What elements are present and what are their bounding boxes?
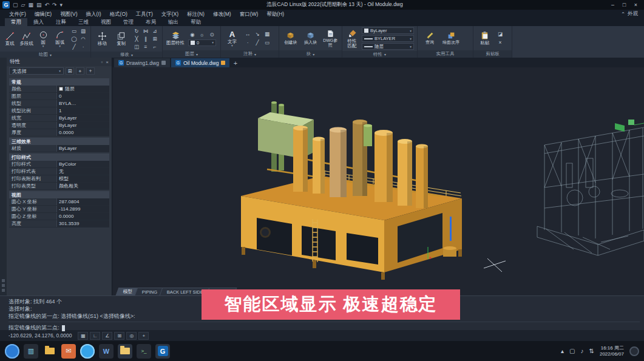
leader-tool-icon[interactable]: ↘ xyxy=(253,30,262,38)
array-tool-icon[interactable]: ⊞ xyxy=(151,35,159,42)
palette-side-strip[interactable] xyxy=(0,58,7,295)
menu-dimension[interactable]: 标注(N) xyxy=(183,10,209,18)
arc-dropdown-icon[interactable]: ▾ xyxy=(59,45,61,47)
offset-tool-icon[interactable]: ∥ xyxy=(141,35,150,42)
dim-style-icon[interactable]: ∙ xyxy=(243,39,252,46)
drawing-viewport[interactable]: 模型 PIPING BACK LEFT SIDE FRONT xyxy=(112,67,644,295)
prop-row-center-z[interactable]: 圆心 Z 坐标 0.0000 xyxy=(9,213,109,220)
collapse-ribbon-icon[interactable]: ⌃ xyxy=(621,11,625,17)
ribbon-tab-insert[interactable]: 插入 xyxy=(27,18,50,26)
menu-tools[interactable]: 工具(T) xyxy=(132,10,157,18)
prop-row-center-y[interactable]: 圆心 Y 坐标 -114.2899 xyxy=(9,206,109,213)
panel-expand-icon[interactable]: ▾ xyxy=(131,53,133,57)
close-button[interactable]: × xyxy=(630,0,642,10)
layer-on-icon[interactable]: ☼ xyxy=(198,31,206,38)
palette-close-icon[interactable]: × xyxy=(106,59,109,65)
launcher-icon[interactable] xyxy=(5,344,19,359)
mail-icon[interactable]: ✉ xyxy=(61,344,76,359)
clock[interactable]: 16:16 周二 2022/06/07 xyxy=(600,345,624,357)
network-icon[interactable]: ⇅ xyxy=(589,348,594,354)
file-manager-icon[interactable] xyxy=(42,344,57,359)
ribbon-tab-annotate[interactable]: 注释 xyxy=(50,18,72,26)
section-3d-effects[interactable]: 三维效果 xyxy=(9,138,109,145)
layer-properties-tool[interactable]: 图层特性 xyxy=(166,31,185,46)
save-file-icon[interactable]: ▦ xyxy=(28,0,33,10)
prop-row-thickness[interactable]: 厚度 0.0000 xyxy=(9,129,109,137)
rotate-tool-icon[interactable]: ↻ xyxy=(132,27,141,35)
panel-label-properties[interactable]: 特性 ▾ xyxy=(342,51,417,58)
quick-select-icon[interactable]: + xyxy=(86,67,95,75)
menu-insert[interactable]: 插入(I) xyxy=(82,10,106,18)
terminal-icon[interactable]: >_ xyxy=(137,344,151,359)
measure-tool[interactable]: 查询 xyxy=(421,32,439,44)
menu-window[interactable]: 窗口(W) xyxy=(236,10,263,18)
rectangle-tool-icon[interactable]: ▭ xyxy=(70,27,78,35)
point-tool-icon[interactable]: ∙ xyxy=(79,43,87,50)
ortho-toggle-icon[interactable]: ∟ xyxy=(90,332,100,340)
move-tool[interactable]: 移动 xyxy=(94,32,110,46)
grid-toggle-icon[interactable]: ▦ xyxy=(78,332,88,340)
panel-label-annotate[interactable]: 注释 ▾ xyxy=(221,50,279,58)
color-dropdown[interactable]: ByLayer ▾ xyxy=(362,27,414,34)
mleader-style-icon[interactable]: ╱ xyxy=(253,39,262,46)
prop-row-center-x[interactable]: 圆心 X 坐标 287.0804 xyxy=(9,198,109,206)
osnap-toggle-icon[interactable]: ⊞ xyxy=(114,332,124,340)
show-desktop-icon[interactable] xyxy=(629,346,639,356)
open-folder-window-icon[interactable] xyxy=(118,344,132,359)
layer-select-dropdown[interactable]: 0 ▾ xyxy=(188,39,216,46)
layer-freeze-icon[interactable]: ⊙ xyxy=(208,31,216,38)
ribbon-tab-home[interactable]: 常用 xyxy=(5,18,27,26)
prop-row-linetype[interactable]: 线型 BYLA… xyxy=(9,100,109,107)
display-settings-icon[interactable]: ▢ xyxy=(569,348,575,354)
menu-text[interactable]: 文字(X) xyxy=(157,10,183,18)
text-style-icon[interactable]: ▭ xyxy=(263,39,271,46)
prop-row-plot-table[interactable]: 打印样式表 无 xyxy=(9,168,109,175)
prop-row-plot-style[interactable]: 打印样式 ByColor xyxy=(9,161,109,168)
ellipse-tool-icon[interactable]: ◯ xyxy=(70,35,78,42)
maximize-button[interactable]: □ xyxy=(619,0,630,10)
arc-variant-tool-icon[interactable]: ◠ xyxy=(79,35,87,42)
panel-label-utilities[interactable]: 实用工具 xyxy=(418,50,473,58)
viewport-canvas[interactable] xyxy=(112,67,644,295)
panel-label-clipboard[interactable]: 剪贴板 xyxy=(473,50,512,58)
menu-file[interactable]: 文件(F) xyxy=(5,10,30,18)
ray-tool-icon[interactable]: ╱ xyxy=(70,43,78,50)
text-tool[interactable]: A 文字 ▾ xyxy=(224,30,240,47)
panel-label-draw[interactable]: 绘图 ▾ xyxy=(0,52,90,58)
hatch-tool-icon[interactable]: ▨ xyxy=(79,27,87,35)
insert-block-tool[interactable]: 插入块 xyxy=(302,32,319,44)
doc-tab-drawing1[interactable]: G Drawing1.dwg xyxy=(114,58,170,67)
menu-view[interactable]: 视图(V) xyxy=(56,10,81,18)
prop-row-material[interactable]: 材质 ByLayer xyxy=(9,145,109,152)
ribbon-tab-view[interactable]: 视图 xyxy=(95,18,117,26)
doc-tab-oil-module[interactable]: G Oil Module.dwg xyxy=(171,58,230,67)
menu-help[interactable]: 帮助(H) xyxy=(262,10,288,18)
dynamic-input-toggle-icon[interactable]: + xyxy=(138,332,149,340)
lineweight-dropdown[interactable]: 随层 ▾ xyxy=(362,43,414,50)
layer-state-icon[interactable]: ◉ xyxy=(188,31,197,38)
ribbon-tab-output[interactable]: 输出 xyxy=(162,18,185,26)
prop-row-lineweight[interactable]: 线宽 ByLayer xyxy=(9,115,109,122)
paste-tool[interactable]: 粘贴 xyxy=(476,31,493,46)
cut-tool-icon[interactable]: ◪ xyxy=(496,30,504,38)
palette-autohide-icon[interactable]: ▫ xyxy=(101,59,103,65)
menu-format[interactable]: 格式(O) xyxy=(106,10,132,18)
circle-tool[interactable]: 圆 ▾ xyxy=(36,30,50,48)
panel-label-layer[interactable]: 图层 ▾ xyxy=(163,50,220,58)
panel-expand-icon[interactable]: ▾ xyxy=(313,52,314,56)
prop-row-linetype-scale[interactable]: 线型比例 1 xyxy=(9,107,109,115)
dwg-reference-tool[interactable]: DWG参照 xyxy=(322,30,339,47)
clipboard-close-icon[interactable]: × xyxy=(496,39,504,46)
explode-tool-icon[interactable]: ≡ xyxy=(141,43,150,50)
gstarcad-app-icon[interactable]: G xyxy=(155,344,170,359)
arc-tool[interactable]: 圆弧 ▾ xyxy=(53,30,67,48)
appearance-button[interactable]: 外观 xyxy=(628,10,638,18)
select-objects-icon[interactable]: ⌖ xyxy=(76,67,84,75)
system-monitor-icon[interactable]: ▥ xyxy=(24,344,38,359)
dimension-tool-icon[interactable]: ↔ xyxy=(243,30,252,38)
polyline-tool[interactable]: 多段线 xyxy=(20,32,34,46)
new-document-tab-button[interactable]: + xyxy=(231,58,240,67)
trim-tool-icon[interactable]: ⌐ xyxy=(151,43,159,50)
polar-toggle-icon[interactable]: ∠ xyxy=(102,332,112,340)
prop-row-layer[interactable]: 图层 0 xyxy=(9,93,109,100)
